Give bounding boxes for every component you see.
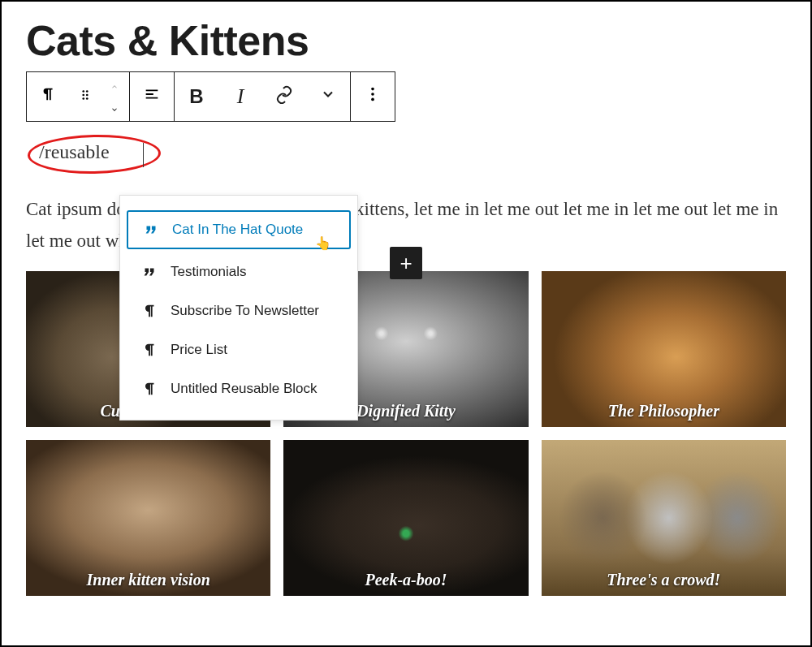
move-buttons	[100, 72, 129, 121]
gallery-item[interactable]: The Philosopher	[542, 271, 786, 427]
quote-icon	[140, 262, 159, 282]
svg-point-8	[371, 98, 374, 101]
text-caret	[143, 143, 144, 167]
chevron-up-icon[interactable]	[108, 75, 121, 96]
autocomplete-item[interactable]: Subscribe To Newsletter	[120, 291, 357, 330]
link-icon	[274, 84, 294, 109]
plus-icon: +	[400, 251, 412, 276]
cursor-pointer-icon: 👆	[315, 235, 331, 251]
more-vertical-icon	[364, 85, 382, 108]
gallery-caption[interactable]: Peek-a-boo!	[283, 571, 528, 589]
paragraph-icon	[140, 301, 159, 321]
svg-point-4	[82, 97, 84, 100]
chevron-down-icon	[320, 86, 336, 107]
post-title[interactable]: Cats & Kittens	[26, 16, 786, 65]
paragraph-icon	[140, 379, 159, 399]
autocomplete-item-label: Subscribe To Newsletter	[171, 303, 319, 319]
svg-point-3	[86, 94, 89, 97]
paragraph-icon	[40, 85, 58, 108]
autocomplete-item-label: Untitled Reusable Block	[171, 381, 317, 397]
add-block-button[interactable]: +	[390, 247, 422, 279]
svg-point-0	[82, 90, 84, 93]
editor-frame: Cats & Kittens	[0, 0, 812, 647]
svg-point-1	[86, 90, 89, 93]
chevron-down-icon[interactable]	[108, 97, 121, 119]
options-button[interactable]	[351, 72, 395, 121]
paragraph-icon	[140, 340, 159, 360]
gallery-item[interactable]: Peek-a-boo!	[283, 440, 528, 596]
drag-handle-button[interactable]	[71, 72, 100, 121]
autocomplete-item[interactable]: Untitled Reusable Block	[120, 369, 357, 408]
slash-autocomplete-popover: Cat In The Hat Quote👆TestimonialsSubscri…	[119, 195, 358, 421]
toolbar-group-options	[351, 72, 395, 121]
gallery-caption[interactable]: Three's a crowd!	[542, 571, 786, 589]
quote-icon	[141, 220, 161, 239]
toolbar-group-align	[130, 72, 175, 121]
autocomplete-item[interactable]: Cat In The Hat Quote👆	[127, 210, 351, 249]
align-button[interactable]	[130, 72, 174, 121]
svg-point-7	[371, 93, 374, 96]
bold-button[interactable]: B	[175, 72, 218, 121]
block-toolbar: B I	[26, 71, 395, 122]
toolbar-group-format: B I	[175, 72, 351, 121]
autocomplete-item-label: Price List	[171, 342, 227, 358]
svg-point-5	[86, 97, 89, 100]
svg-point-6	[371, 88, 374, 91]
toolbar-group-type	[27, 72, 130, 121]
autocomplete-item-label: Testimonials	[171, 264, 247, 280]
gallery-caption[interactable]: The Philosopher	[542, 402, 786, 421]
more-format-button[interactable]	[306, 72, 350, 121]
gallery-item[interactable]: Three's a crowd!	[542, 440, 786, 596]
drag-handle-icon	[78, 86, 93, 107]
italic-button[interactable]: I	[218, 72, 262, 121]
link-button[interactable]	[262, 72, 306, 121]
autocomplete-item-label: Cat In The Hat Quote	[172, 222, 303, 238]
align-left-icon	[143, 85, 161, 108]
slash-input-text: /reusable	[39, 141, 110, 163]
autocomplete-item[interactable]: Price List	[120, 330, 357, 369]
svg-point-2	[82, 94, 84, 97]
block-type-button[interactable]	[27, 72, 71, 121]
autocomplete-item[interactable]: Testimonials	[120, 252, 357, 291]
gallery-caption[interactable]: Inner kitten vision	[26, 571, 270, 589]
gallery-item[interactable]: Inner kitten vision	[26, 440, 270, 596]
slash-input-line[interactable]: /reusable	[21, 138, 786, 175]
